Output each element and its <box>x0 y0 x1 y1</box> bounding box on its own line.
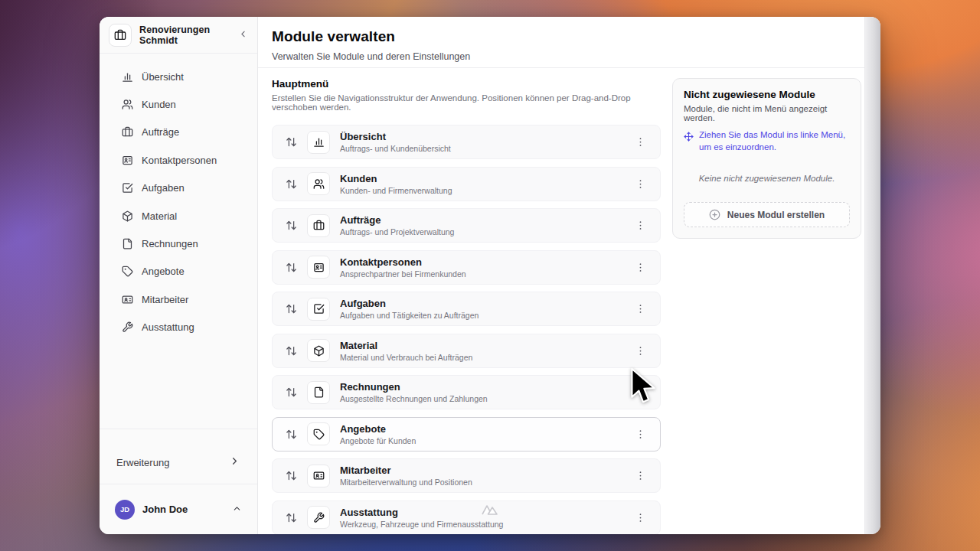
avatar: JD <box>115 500 135 520</box>
drag-hint-text: Ziehen Sie das Modul ins linke Menü, um … <box>699 129 850 153</box>
module-card-auftraege[interactable]: AufträgeAuftrags- und Projektverwaltung <box>272 208 661 243</box>
file-icon <box>307 381 330 404</box>
bar-chart-icon <box>307 131 330 154</box>
main-menu-section: Hauptmenü Erstellen Sie die Navigationss… <box>272 78 661 534</box>
module-title: Aufträge <box>340 214 631 226</box>
section-description: Erstellen Sie die Navigationsstruktur de… <box>272 93 661 112</box>
sidebar-item-label: Mitarbeiter <box>142 294 188 305</box>
drag-handle-icon[interactable] <box>286 429 297 440</box>
sidebar-item-label: Kunden <box>142 99 176 110</box>
sidebar-item-label: Angebote <box>142 266 185 277</box>
chevron-right-icon <box>229 455 240 470</box>
sidebar-item-kunden[interactable]: Kunden <box>100 90 257 118</box>
create-module-label: Neues Modul erstellen <box>727 210 825 220</box>
contact-card-icon <box>307 256 330 279</box>
wrench-icon <box>122 321 133 333</box>
wrench-icon <box>307 506 330 529</box>
module-title: Kunden <box>340 173 631 184</box>
module-title: Aufgaben <box>340 298 631 309</box>
sidebar-item-ausstattung[interactable]: Ausstattung <box>100 314 257 341</box>
bar-chart-icon <box>122 71 133 83</box>
module-card-kunden[interactable]: KundenKunden- und Firmenverwaltung <box>272 167 661 201</box>
module-options-button[interactable] <box>631 133 649 152</box>
briefcase-icon <box>307 214 330 237</box>
module-card-rechnungen[interactable]: RechnungenAusgestellte Rechnungen und Za… <box>272 375 661 409</box>
drag-handle-icon[interactable] <box>286 136 297 148</box>
drag-handle-icon[interactable] <box>286 470 297 481</box>
file-icon <box>122 238 133 249</box>
create-module-button[interactable]: Neues Modul erstellen <box>684 202 850 227</box>
sidebar-item-label: Aufträge <box>142 126 179 138</box>
main-content: Module verwalten Verwalten Sie Module un… <box>258 17 866 534</box>
extension-label: Erweiterung <box>116 457 229 468</box>
check-square-icon <box>122 182 133 194</box>
module-options-button[interactable] <box>631 467 649 485</box>
chevron-up-icon <box>232 503 242 517</box>
module-options-button[interactable] <box>631 508 649 527</box>
module-options-button[interactable] <box>631 341 649 360</box>
module-options-button[interactable] <box>631 258 649 276</box>
sidebar-item-label: Ausstattung <box>142 321 194 333</box>
module-card-uebersicht[interactable]: ÜbersichtAuftrags- und Kundenübersicht <box>272 125 661 159</box>
sidebar-item-label: Rechnungen <box>142 238 198 249</box>
sidebar-item-aufgaben[interactable]: Aufgaben <box>100 174 257 202</box>
module-card-mitarbeiter[interactable]: MitarbeiterMitarbeiterverwaltung und Pos… <box>272 458 661 493</box>
sidebar-nav: ÜbersichtKundenAufträgeKontaktpersonenAu… <box>100 54 257 429</box>
module-options-button[interactable] <box>631 300 649 318</box>
drag-handle-icon[interactable] <box>286 512 297 523</box>
sidebar-item-uebersicht[interactable]: Übersicht <box>100 63 257 90</box>
module-subtitle: Auftrags- und Kundenübersicht <box>340 144 631 153</box>
workspace-switcher[interactable]: Renovierungen Schmidt <box>100 17 257 54</box>
id-card-icon <box>307 465 330 487</box>
module-options-button[interactable] <box>631 383 649 402</box>
module-title: Übersicht <box>340 131 631 142</box>
sidebar-item-erweiterung[interactable]: Erweiterung <box>100 429 257 484</box>
module-card-angebote[interactable]: AngeboteAngebote für Kunden <box>272 417 661 452</box>
module-card-material[interactable]: MaterialMaterial und Verbrauch bei Auftr… <box>272 334 661 368</box>
drag-handle-icon[interactable] <box>286 220 297 231</box>
panel-description: Module, die nicht im Menü angezeigt werd… <box>684 104 850 122</box>
sidebar: Renovierungen Schmidt ÜbersichtKundenAuf… <box>100 17 258 534</box>
tag-icon <box>122 266 133 277</box>
drag-hint: Ziehen Sie das Modul ins linke Menü, um … <box>684 129 850 153</box>
chevron-left-icon[interactable] <box>238 28 248 42</box>
window-side-edge <box>864 17 880 534</box>
module-subtitle: Angebote für Kunden <box>340 436 631 445</box>
sidebar-item-rechnungen[interactable]: Rechnungen <box>100 230 257 257</box>
check-square-icon <box>307 298 330 321</box>
sidebar-item-angebote[interactable]: Angebote <box>100 258 257 285</box>
drag-handle-icon[interactable] <box>286 262 297 273</box>
drag-handle-icon[interactable] <box>286 345 297 357</box>
module-options-button[interactable] <box>631 174 649 193</box>
module-title: Rechnungen <box>340 381 631 393</box>
module-subtitle: Material und Verbrauch bei Aufträgen <box>340 353 631 362</box>
module-card-ausstattung[interactable]: AusstattungWerkzeug, Fahrzeuge und Firme… <box>272 500 661 535</box>
module-card-kontaktpersonen[interactable]: KontaktpersonenAnsprechpartner bei Firme… <box>272 250 661 285</box>
module-card-aufgaben[interactable]: AufgabenAufgaben und Tätigkeiten zu Auft… <box>272 292 661 326</box>
empty-state-text: Keine nicht zugewiesenen Module. <box>684 174 850 183</box>
module-subtitle: Mitarbeiterverwaltung und Positionen <box>340 478 631 487</box>
section-title: Hauptmenü <box>272 78 661 90</box>
sidebar-item-label: Kontaktpersonen <box>142 155 217 166</box>
user-menu[interactable]: JD John Doe <box>100 484 257 534</box>
sidebar-item-material[interactable]: Material <box>100 202 257 230</box>
page-header: Module verwalten Verwalten Sie Module un… <box>258 17 866 68</box>
id-card-icon <box>122 294 133 305</box>
module-subtitle: Ansprechpartner bei Firmenkunden <box>340 269 631 279</box>
app-window: Renovierungen Schmidt ÜbersichtKundenAuf… <box>100 17 880 534</box>
drag-handle-icon[interactable] <box>286 386 297 398</box>
sidebar-item-mitarbeiter[interactable]: Mitarbeiter <box>100 285 257 313</box>
module-title: Mitarbeiter <box>340 465 631 476</box>
drag-handle-icon[interactable] <box>286 303 297 315</box>
module-subtitle: Aufgaben und Tätigkeiten zu Aufträgen <box>340 311 631 320</box>
users-icon <box>307 172 330 195</box>
module-options-button[interactable] <box>631 217 649 235</box>
plus-circle-icon <box>709 209 720 220</box>
module-title: Material <box>340 340 631 351</box>
sidebar-item-kontaktpersonen[interactable]: Kontaktpersonen <box>100 146 257 174</box>
briefcase-icon <box>122 126 133 138</box>
module-options-button[interactable] <box>631 425 649 443</box>
drag-handle-icon[interactable] <box>286 178 297 190</box>
move-icon <box>684 131 694 145</box>
sidebar-item-auftraege[interactable]: Aufträge <box>100 119 257 146</box>
